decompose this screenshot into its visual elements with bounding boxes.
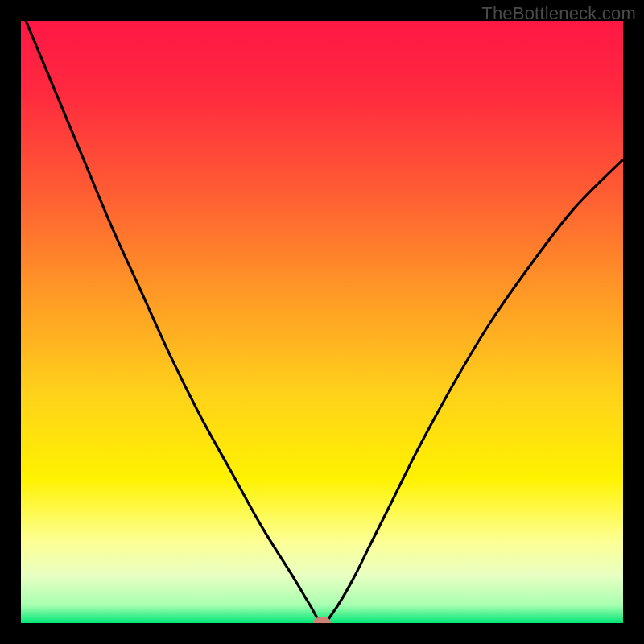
watermark-text: TheBottleneck.com <box>481 3 636 24</box>
bottleneck-chart: TheBottleneck.com <box>0 0 644 644</box>
optimal-marker <box>313 617 331 623</box>
curve-layer <box>21 21 623 623</box>
plot-area <box>21 21 623 623</box>
bottleneck-curve <box>21 21 623 623</box>
